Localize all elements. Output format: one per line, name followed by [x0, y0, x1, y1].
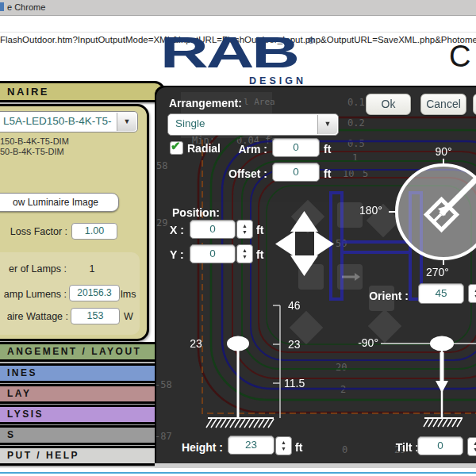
luminaire-model-value: L5A-LED150-B-4K-T5- — [3, 115, 117, 127]
radial-label: Radial — [187, 142, 221, 155]
rab-logo: RAB — [160, 30, 298, 75]
sidebar-section-output-help[interactable]: PUT / HELP — [0, 446, 165, 466]
ruler-tick-46: 46 — [288, 299, 301, 312]
luminaire-section-header[interactable]: NAIRE — [0, 81, 165, 102]
offset-input[interactable]: 0 — [272, 163, 320, 182]
position-y-input[interactable]: 0 — [190, 244, 236, 263]
spinner-up-icon[interactable]: ▲ — [473, 440, 476, 447]
lamp-lumens-unit: lms — [121, 289, 136, 300]
position-y-label: Y : — [170, 248, 184, 261]
orient-stepper[interactable]: ▲ ▼ — [468, 284, 476, 303]
spinner-up-icon[interactable]: ▲ — [242, 248, 248, 254]
height-label: Height : — [177, 441, 223, 454]
window-title-bar: e Chrome — [0, 0, 476, 16]
position-x-unit: ft — [256, 224, 263, 236]
position-label: Position: — [172, 206, 220, 219]
ground-hatch — [206, 419, 274, 428]
check-icon: ✔ — [171, 139, 181, 153]
height-input[interactable]: 23 — [228, 436, 274, 455]
tilt-arrow-head — [436, 381, 448, 393]
height-unit: ft — [295, 441, 302, 454]
ruler-tick-23: 23 — [288, 338, 301, 351]
bottom-accent-line — [0, 472, 476, 474]
isolux-contours — [198, 117, 476, 413]
orientation-dial[interactable] — [389, 159, 476, 265]
arm-input[interactable]: 0 — [272, 138, 320, 157]
wattage-label: aire Wattage : — [0, 311, 68, 322]
height-stepper[interactable]: ▲ ▼ — [275, 436, 292, 455]
photometric-preview-panel: 58 29 -58 -87 0.1 0.2 0.5 1 10 5 50 20 2… — [155, 86, 476, 466]
sidebar-section-display[interactable]: LAY — [0, 384, 165, 404]
chevron-down-icon: ▼ — [324, 120, 332, 128]
spinner-down-icon[interactable]: ▼ — [242, 229, 248, 236]
spinner-down-icon[interactable]: ▼ — [281, 446, 286, 452]
window-title: e Chrome — [7, 2, 45, 12]
partial-right-letter: C — [449, 40, 470, 74]
position-x-input[interactable]: 0 — [190, 220, 236, 239]
tilt-input[interactable]: 0 — [417, 436, 463, 455]
wattage-input[interactable]: 153 — [71, 308, 120, 324]
sidebar-section-analysis[interactable]: LYSIS — [0, 405, 165, 424]
chevron-down-icon: ▼ — [124, 117, 131, 125]
num-lamps-value: 1 — [76, 263, 108, 274]
logo-design-text: DESIGN — [238, 75, 306, 86]
offset-label: Offset : — [225, 167, 267, 180]
position-x-stepper[interactable]: ▲ ▼ — [236, 220, 253, 239]
spinner-down-icon[interactable]: ▼ — [473, 447, 476, 453]
tilt-label: Tilt : — [390, 441, 419, 454]
sidebar-section-results[interactable]: S — [0, 425, 165, 445]
height-ruler — [273, 305, 280, 418]
arm-label: Arm : — [232, 143, 267, 155]
dial-90-label: 90° — [428, 145, 459, 158]
cancel-button[interactable]: Cancel — [420, 94, 466, 115]
radial-checkbox[interactable]: ✔ — [170, 141, 183, 155]
aim-angle-label: -90° — [351, 336, 378, 349]
arm-unit: ft — [324, 143, 331, 155]
spinner-down-icon[interactable]: ▼ — [242, 254, 248, 260]
spinner-up-icon[interactable]: ▲ — [281, 440, 286, 446]
ok-button[interactable]: Ok — [366, 94, 411, 115]
ground-hatch — [424, 419, 462, 427]
arrangement-label: Arrangement: — [169, 97, 242, 109]
sidebar-section-lines[interactable]: INES — [0, 363, 165, 383]
pole-height-label: 23 — [184, 337, 208, 350]
partial-button[interactable] — [473, 94, 476, 115]
arrangement-dropdown-button[interactable]: ▼ — [317, 115, 337, 134]
model-dropdown-button[interactable]: ▼ — [117, 113, 136, 131]
model-list-item[interactable]: 150-B-4K-T5-DIM — [0, 136, 69, 146]
bottom-scroll-strip[interactable] — [155, 463, 476, 468]
arrangement-select[interactable]: Single ▼ — [167, 113, 339, 136]
registered-mark: ® — [308, 36, 314, 45]
offset-unit: ft — [324, 167, 331, 180]
light-loss-factor-label: Loss Factor : — [0, 226, 67, 237]
lamp-lumens-label: amp Lumens : — [0, 289, 67, 300]
spinner-up-icon[interactable]: ▲ — [242, 223, 248, 229]
num-lamps-label: er of Lamps : — [0, 263, 67, 274]
sidebar-section-arrangement-layout[interactable]: ANGEMENT / LAYOUT — [0, 342, 165, 362]
dpad-left-arrow[interactable] — [275, 231, 295, 257]
app-window: e Chrome FlashOutdoor.htm?InputOutputMod… — [0, 0, 476, 476]
window-icon — [0, 2, 4, 11]
orient-label: Orient : — [367, 290, 409, 302]
lamp-lumens-input[interactable]: 20156.3 — [69, 285, 120, 301]
position-y-stepper[interactable]: ▲ ▼ — [236, 244, 253, 263]
position-x-label: X : — [170, 224, 184, 236]
tilt-stepper[interactable]: ▲ ▼ — [467, 437, 476, 456]
dial-270-label: 270° — [426, 266, 449, 278]
luminaire-model-select[interactable]: L5A-LED150-B-4K-T5- ▼ — [0, 111, 138, 132]
arrangement-value: Single — [175, 117, 205, 129]
orient-input[interactable]: 45 — [418, 283, 464, 304]
position-dpad[interactable] — [275, 211, 334, 276]
dial-180-label: 180° — [359, 204, 382, 217]
wattage-unit: W — [124, 311, 133, 322]
light-loss-factor-input[interactable]: 1.00 — [71, 223, 117, 240]
show-luminaire-image-button[interactable]: ow Luminaire Image — [0, 193, 119, 212]
ruler-tick-11-5: 11.5 — [284, 377, 305, 390]
model-list-item[interactable]: 50-B-4K-T5-DIM — [0, 147, 64, 156]
position-y-unit: ft — [256, 248, 263, 261]
